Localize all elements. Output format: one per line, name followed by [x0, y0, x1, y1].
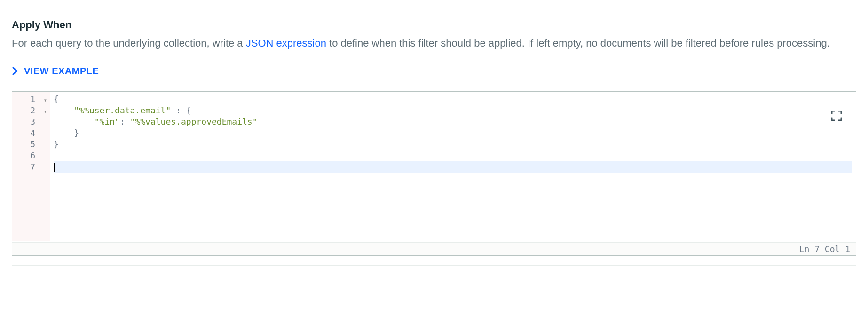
chevron-right-icon: [12, 67, 18, 75]
editor-gutter: 1 ▾ 2 ▾ 3 4 5 6 7: [12, 92, 50, 241]
json-editor[interactable]: 1 ▾ 2 ▾ 3 4 5 6 7 { "%%user.data.email" …: [12, 91, 856, 256]
section-heading: Apply When: [12, 17, 856, 32]
code-line[interactable]: }: [54, 127, 852, 139]
code-line[interactable]: }: [54, 139, 852, 150]
editor-cursor: [54, 163, 55, 172]
editor-body[interactable]: 1 ▾ 2 ▾ 3 4 5 6 7 { "%%user.data.email" …: [12, 92, 856, 241]
gutter-line: 5: [14, 139, 47, 150]
json-expression-link[interactable]: JSON expression: [246, 37, 326, 49]
editor-statusbar: Ln 7 Col 1: [12, 242, 856, 255]
description-text-post: to define when this filter should be app…: [326, 37, 830, 49]
gutter-line: 2 ▾: [14, 105, 47, 116]
gutter-line: 7: [14, 161, 47, 173]
gutter-line: 4: [14, 127, 47, 139]
section-description: For each query to the underlying collect…: [12, 35, 856, 51]
code-line-active[interactable]: [54, 161, 852, 173]
fold-icon[interactable]: ▾: [40, 95, 47, 106]
code-line[interactable]: "%in": "%%values.approvedEmails": [54, 116, 852, 127]
divider-bottom: [12, 265, 856, 266]
editor-code-area[interactable]: { "%%user.data.email" : { "%in": "%%valu…: [50, 92, 856, 241]
view-example-toggle[interactable]: VIEW EXAMPLE: [12, 64, 99, 78]
fold-icon[interactable]: ▾: [40, 106, 47, 117]
apply-when-section: Apply When For each query to the underly…: [0, 0, 868, 265]
gutter-line: 1 ▾: [14, 94, 47, 105]
code-line[interactable]: [54, 150, 852, 161]
fullscreen-icon[interactable]: [830, 110, 843, 122]
code-line[interactable]: {: [54, 94, 852, 105]
code-line[interactable]: "%%user.data.email" : {: [54, 105, 852, 116]
description-text-pre: For each query to the underlying collect…: [12, 37, 246, 49]
view-example-label: VIEW EXAMPLE: [24, 64, 99, 78]
cursor-position: Ln 7 Col 1: [799, 243, 850, 255]
gutter-line: 6: [14, 150, 47, 161]
gutter-line: 3: [14, 116, 47, 127]
